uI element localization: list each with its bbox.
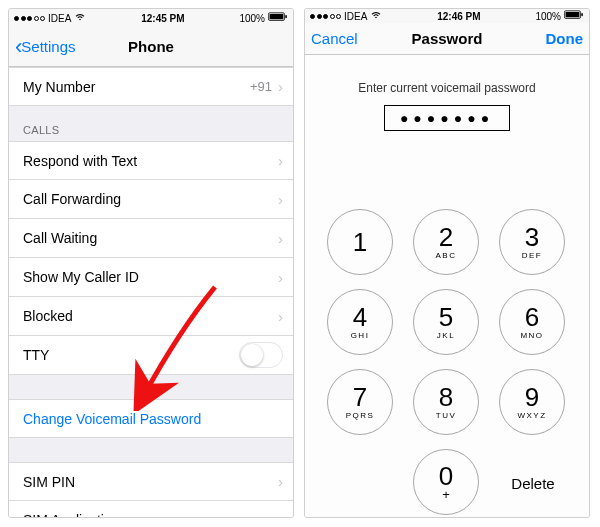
row-change-voicemail-password[interactable]: Change Voicemail Password — [9, 399, 293, 438]
key-letters: WXYZ — [517, 411, 546, 420]
key-num: 7 — [353, 384, 367, 410]
keypad-blank — [327, 449, 395, 517]
chevron-right-icon: › — [278, 152, 283, 169]
row-label: My Number — [23, 79, 95, 95]
key-0[interactable]: 0 + — [413, 449, 479, 515]
key-7[interactable]: 7 PQRS — [327, 369, 393, 435]
key-num: 4 — [353, 304, 367, 330]
key-3[interactable]: 3 DEF — [499, 209, 565, 275]
status-time: 12:46 PM — [437, 11, 480, 22]
row-label: Respond with Text — [23, 153, 137, 169]
key-num: 8 — [439, 384, 453, 410]
chevron-right-icon: › — [278, 230, 283, 247]
row-label: Blocked — [23, 308, 73, 324]
row-sim-pin[interactable]: SIM PIN › — [9, 462, 293, 501]
delete-button[interactable]: Delete — [499, 449, 567, 517]
svg-rect-4 — [566, 12, 580, 17]
signal-icon — [14, 16, 45, 21]
carrier-label: IDEA — [344, 11, 367, 22]
numeric-keypad: 1 2 ABC 3 DEF 4 GHI 5 JKL 6 MNO — [305, 209, 589, 517]
nav-bar: ‹ Settings Phone — [9, 27, 293, 67]
key-num: 0 — [439, 463, 453, 489]
key-num: 2 — [439, 224, 453, 250]
key-6[interactable]: 6 MNO — [499, 289, 565, 355]
key-5[interactable]: 5 JKL — [413, 289, 479, 355]
key-letters: DEF — [522, 251, 543, 260]
key-num: 1 — [353, 229, 367, 255]
chevron-right-icon: › — [278, 269, 283, 286]
status-left: IDEA — [14, 12, 86, 24]
tty-toggle[interactable] — [239, 342, 283, 368]
battery-pct: 100% — [239, 13, 265, 24]
back-label: Settings — [21, 38, 75, 55]
key-4[interactable]: 4 GHI — [327, 289, 393, 355]
key-1[interactable]: 1 — [327, 209, 393, 275]
password-field[interactable]: ●●●●●●● — [384, 105, 510, 131]
row-label: SIM Applications — [23, 512, 127, 517]
row-label: Call Forwarding — [23, 191, 121, 207]
row-my-number[interactable]: My Number +91 › — [9, 67, 293, 106]
phone-settings-screen: IDEA 12:45 PM 100% ‹ Settings Phone My N… — [8, 8, 294, 518]
chevron-right-icon: › — [278, 473, 283, 490]
row-respond-with-text[interactable]: Respond with Text › — [9, 141, 293, 180]
status-bar: IDEA 12:46 PM 100% — [305, 9, 589, 23]
key-letters: JKL — [437, 331, 455, 340]
key-letters: ABC — [436, 251, 457, 260]
status-bar: IDEA 12:45 PM 100% — [9, 9, 293, 27]
settings-list[interactable]: My Number +91 › CALLS Respond with Text … — [9, 67, 293, 517]
chevron-right-icon: › — [278, 308, 283, 325]
key-num: 9 — [525, 384, 539, 410]
password-body: Enter current voicemail password ●●●●●●●… — [305, 55, 589, 517]
battery-pct: 100% — [535, 11, 561, 22]
key-letters: PQRS — [346, 411, 375, 420]
wifi-icon — [74, 12, 86, 24]
my-number-value: +91 — [250, 79, 272, 94]
carrier-label: IDEA — [48, 13, 71, 24]
battery-icon — [564, 10, 584, 22]
battery-icon — [268, 12, 288, 24]
cancel-button[interactable]: Cancel — [311, 30, 358, 47]
section-header-calls: CALLS — [9, 106, 293, 141]
svg-rect-5 — [581, 13, 583, 16]
key-letters: MNO — [520, 331, 543, 340]
key-letters: TUV — [436, 411, 457, 420]
key-num: 6 — [525, 304, 539, 330]
row-label: SIM PIN — [23, 474, 75, 490]
row-blocked[interactable]: Blocked › — [9, 297, 293, 336]
chevron-right-icon: › — [278, 191, 283, 208]
status-right: 100% — [239, 12, 288, 24]
signal-icon — [310, 14, 341, 19]
wifi-icon — [370, 10, 382, 22]
key-num: 3 — [525, 224, 539, 250]
nav-bar: Cancel Password Done — [305, 23, 589, 55]
row-call-waiting[interactable]: Call Waiting › — [9, 219, 293, 258]
password-prompt: Enter current voicemail password — [305, 81, 589, 95]
key-letters: GHI — [351, 331, 370, 340]
row-label: Show My Caller ID — [23, 269, 139, 285]
key-letters: + — [442, 487, 450, 502]
key-2[interactable]: 2 ABC — [413, 209, 479, 275]
row-call-forwarding[interactable]: Call Forwarding › — [9, 180, 293, 219]
svg-rect-1 — [270, 14, 284, 19]
row-show-caller-id[interactable]: Show My Caller ID › — [9, 258, 293, 297]
row-label: Call Waiting — [23, 230, 97, 246]
row-label: TTY — [23, 347, 49, 363]
chevron-right-icon: › — [278, 512, 283, 518]
status-right: 100% — [535, 10, 584, 22]
row-tty: TTY — [9, 336, 293, 375]
status-time: 12:45 PM — [141, 13, 184, 24]
back-button[interactable]: ‹ Settings — [15, 36, 76, 58]
status-left: IDEA — [310, 10, 382, 22]
done-button[interactable]: Done — [546, 30, 584, 47]
chevron-right-icon: › — [278, 78, 283, 95]
phone-password-screen: IDEA 12:46 PM 100% Cancel Password Done … — [304, 8, 590, 518]
row-sim-applications[interactable]: SIM Applications › — [9, 501, 293, 517]
delete-label: Delete — [511, 475, 554, 492]
key-9[interactable]: 9 WXYZ — [499, 369, 565, 435]
row-label: Change Voicemail Password — [23, 411, 201, 427]
key-num: 5 — [439, 304, 453, 330]
svg-rect-2 — [285, 15, 287, 18]
key-8[interactable]: 8 TUV — [413, 369, 479, 435]
